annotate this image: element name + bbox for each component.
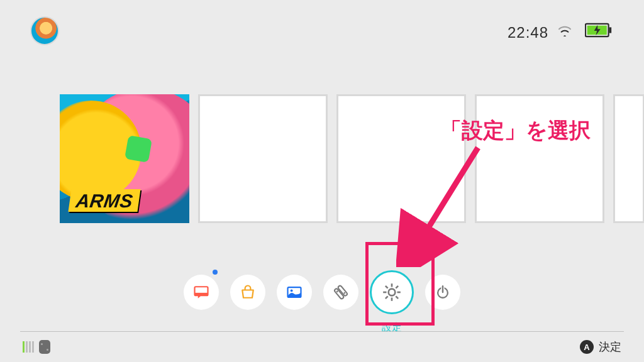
- dock-settings[interactable]: 設定: [370, 270, 414, 314]
- svg-line-19: [386, 296, 388, 299]
- dock-album[interactable]: [277, 275, 312, 310]
- game-tile-empty[interactable]: [613, 94, 644, 223]
- gear-icon: [381, 282, 402, 303]
- notification-dot-icon: [213, 270, 218, 275]
- game-tile-arms[interactable]: ARMS: [60, 94, 189, 223]
- wifi-icon: [558, 25, 572, 36]
- svg-point-11: [389, 289, 396, 296]
- player-slot-icon: [29, 341, 31, 353]
- eshop-icon: [239, 283, 257, 301]
- game-art-decoration: [125, 135, 152, 163]
- status-bar: 22:48: [0, 0, 644, 57]
- power-icon: [434, 283, 452, 301]
- dock-news[interactable]: [184, 275, 219, 310]
- dock-eshop[interactable]: [230, 275, 265, 310]
- confirm-label: 決定: [599, 339, 621, 354]
- game-title-logo: ARMS: [68, 189, 140, 212]
- annotation-text: 「設定」を選択: [440, 116, 591, 145]
- system-dock: 設定: [0, 270, 644, 314]
- game-tile-empty[interactable]: [475, 94, 604, 223]
- game-tile-empty[interactable]: [336, 94, 466, 223]
- svg-line-17: [396, 296, 398, 299]
- news-icon: [192, 283, 210, 301]
- svg-line-16: [386, 286, 388, 288]
- album-icon: [286, 283, 303, 301]
- svg-rect-4: [195, 293, 208, 295]
- controller-icon: [331, 283, 350, 302]
- battery-icon: [585, 23, 613, 38]
- player-slot-icon: [23, 341, 25, 353]
- dock-power[interactable]: [425, 275, 460, 310]
- svg-rect-1: [609, 27, 612, 33]
- footer-bar: A 決定: [0, 332, 644, 362]
- svg-line-18: [396, 286, 398, 288]
- svg-point-6: [291, 289, 293, 292]
- controller-indicator[interactable]: [23, 340, 50, 354]
- user-avatar[interactable]: [30, 16, 59, 45]
- footer-hint-confirm: A 決定: [580, 339, 621, 354]
- joycon-icon: [39, 340, 50, 354]
- game-tile-empty[interactable]: [198, 94, 328, 223]
- a-button-icon: A: [580, 340, 594, 354]
- player-slot-icon: [26, 341, 28, 353]
- game-tiles-row: ARMS: [60, 94, 644, 223]
- dock-controllers[interactable]: [323, 275, 358, 310]
- clock: 22:48: [508, 24, 548, 41]
- player-slot-icon: [32, 341, 34, 353]
